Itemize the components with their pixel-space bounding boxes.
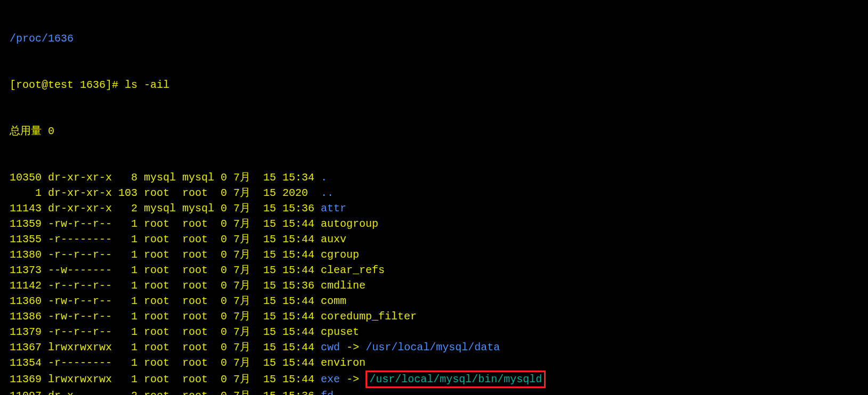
prompt-prefix: [root@test 1636]#	[10, 79, 125, 91]
row-meta: 11380 -r--r--r-- 1 root root 0 7月 15 15:…	[10, 249, 321, 261]
file-listing: 10350 dr-xr-xr-x 8 mysql mysql 0 7月 15 1…	[10, 170, 863, 395]
file-name: .	[321, 171, 327, 184]
file-name: cpuset	[321, 326, 359, 338]
symlink-arrow: ->	[340, 341, 366, 353]
listing-row: 11359 -rw-r--r-- 1 root root 0 7月 15 15:…	[10, 216, 863, 232]
row-meta: 1 dr-xr-xr-x 103 root root 0 7月 15 2020	[10, 187, 321, 199]
prompt-line: [root@test 1636]# ls -ail	[10, 77, 863, 93]
file-name: cmdline	[321, 279, 366, 292]
symlink-arrow: ->	[340, 373, 366, 385]
row-meta: 11360 -rw-r--r-- 1 root root 0 7月 15 15:…	[10, 295, 321, 307]
symlink-target: /usr/local/mysql/data	[366, 341, 500, 353]
listing-row: 11379 -r--r--r-- 1 root root 0 7月 15 15:…	[10, 324, 863, 340]
file-name: auxv	[321, 233, 346, 245]
listing-row: 11142 -r--r--r-- 1 root root 0 7月 15 15:…	[10, 278, 863, 293]
listing-row: 1 dr-xr-xr-x 103 root root 0 7月 15 2020 …	[10, 185, 863, 201]
file-name: autogroup	[321, 218, 378, 230]
file-name: ..	[321, 187, 334, 199]
listing-row: 11373 --w------- 1 root root 0 7月 15 15:…	[10, 262, 863, 278]
highlight-box: /usr/local/mysql/bin/mysqld	[366, 371, 546, 388]
listing-row: 11143 dr-xr-xr-x 2 mysql mysql 0 7月 15 1…	[10, 201, 863, 216]
symlink-target: /usr/local/mysql/bin/mysqld	[369, 373, 542, 385]
file-name: clear_refs	[321, 264, 385, 276]
terminal-output[interactable]: /proc/1636 [root@test 1636]# ls -ail 总用量…	[0, 0, 868, 395]
row-meta: 11369 lrwxrwxrwx 1 root root 0 7月 15 15:…	[10, 373, 321, 385]
file-name: coredump_filter	[321, 310, 417, 323]
listing-row: 11380 -r--r--r-- 1 root root 0 7月 15 15:…	[10, 247, 863, 262]
file-name: exe	[321, 373, 340, 385]
row-meta: 11142 -r--r--r-- 1 root root 0 7月 15 15:…	[10, 279, 321, 292]
listing-row: 11097 dr-x------ 2 root root 0 7月 15 15:…	[10, 388, 863, 395]
listing-row: 11369 lrwxrwxrwx 1 root root 0 7月 15 15:…	[10, 371, 863, 388]
row-meta: 11097 dr-x------ 2 root root 0 7月 15 15:…	[10, 390, 321, 395]
listing-row: 11360 -rw-r--r-- 1 root root 0 7月 15 15:…	[10, 293, 863, 309]
file-name: cgroup	[321, 249, 359, 261]
row-meta: 11367 lrwxrwxrwx 1 root root 0 7月 15 15:…	[10, 341, 321, 353]
file-name: cwd	[321, 341, 340, 353]
row-meta: 11379 -r--r--r-- 1 root root 0 7月 15 15:…	[10, 326, 321, 338]
row-meta: 11373 --w------- 1 root root 0 7月 15 15:…	[10, 264, 321, 276]
file-name: environ	[321, 357, 366, 369]
total-line: 总用量 0	[10, 124, 863, 139]
file-name: attr	[321, 202, 346, 215]
listing-row: 11355 -r-------- 1 root root 0 7月 15 15:…	[10, 232, 863, 247]
command-text: ls -ail	[125, 79, 169, 91]
listing-row: 11367 lrwxrwxrwx 1 root root 0 7月 15 15:…	[10, 340, 863, 355]
file-name: fd	[321, 390, 334, 395]
file-name: comm	[321, 295, 346, 307]
row-meta: 10350 dr-xr-xr-x 8 mysql mysql 0 7月 15 1…	[10, 171, 321, 184]
pwd-path: /proc/1636	[10, 31, 863, 46]
row-meta: 11354 -r-------- 1 root root 0 7月 15 15:…	[10, 357, 321, 369]
row-meta: 11386 -rw-r--r-- 1 root root 0 7月 15 15:…	[10, 310, 321, 323]
row-meta: 11355 -r-------- 1 root root 0 7月 15 15:…	[10, 233, 321, 245]
row-meta: 11359 -rw-r--r-- 1 root root 0 7月 15 15:…	[10, 218, 321, 230]
listing-row: 11354 -r-------- 1 root root 0 7月 15 15:…	[10, 355, 863, 371]
listing-row: 10350 dr-xr-xr-x 8 mysql mysql 0 7月 15 1…	[10, 170, 863, 185]
listing-row: 11386 -rw-r--r-- 1 root root 0 7月 15 15:…	[10, 309, 863, 324]
row-meta: 11143 dr-xr-xr-x 2 mysql mysql 0 7月 15 1…	[10, 202, 321, 215]
